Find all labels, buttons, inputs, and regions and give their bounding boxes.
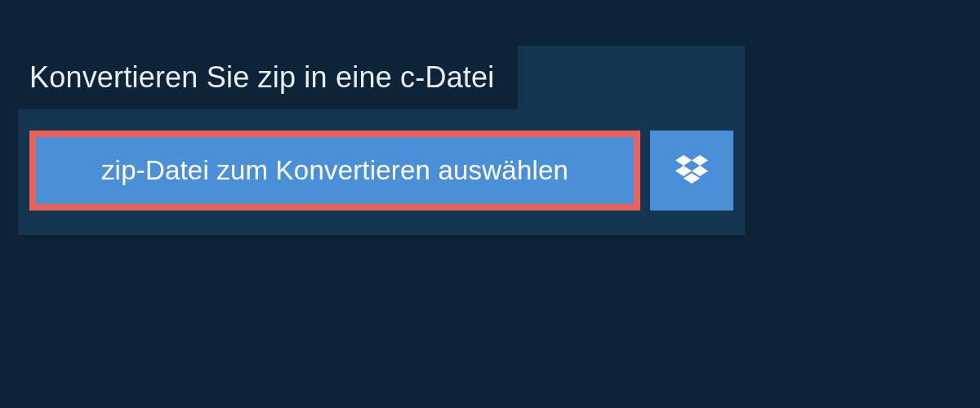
dropbox-button[interactable] <box>650 131 733 211</box>
heading-wrapper: Konvertieren Sie zip in eine c-Datei <box>18 46 518 109</box>
dropbox-icon <box>675 155 708 186</box>
select-file-button[interactable]: zip-Datei zum Konvertieren auswählen <box>29 131 640 211</box>
page-title: Konvertieren Sie zip in eine c-Datei <box>29 60 495 95</box>
converter-panel: Konvertieren Sie zip in eine c-Datei zip… <box>18 46 745 235</box>
select-file-label: zip-Datei zum Konvertieren auswählen <box>101 155 568 186</box>
upload-button-row: zip-Datei zum Konvertieren auswählen <box>18 109 745 235</box>
